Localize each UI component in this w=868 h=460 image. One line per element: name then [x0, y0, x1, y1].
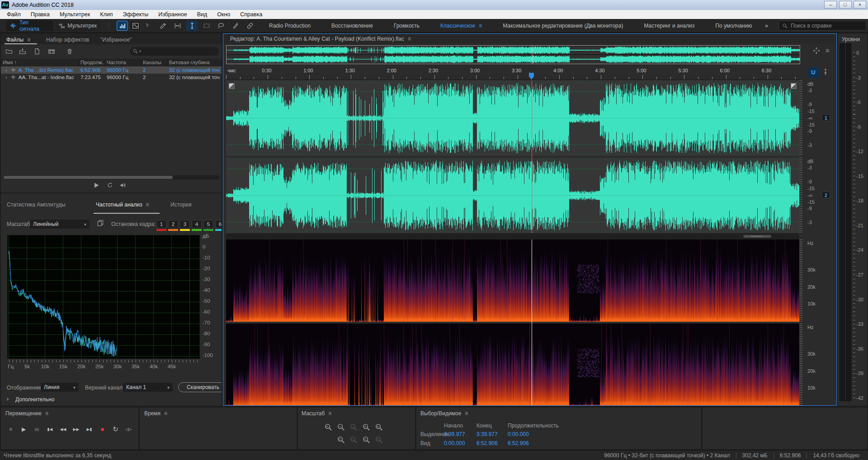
column-header-Имя[interactable]: Имя ↑ [1, 59, 79, 66]
razor-tool[interactable] [157, 21, 169, 31]
new-file-button[interactable] [33, 48, 42, 56]
tab-files[interactable]: Файлы≡ [3, 35, 34, 44]
workspace-tab-Максимальное редактирование (Два монитора)[interactable]: Максимальное редактирование (Два монитор… [492, 23, 633, 29]
show-waveform-button[interactable] [117, 21, 128, 31]
menu-Мультитрек[interactable]: Мультитрек [55, 10, 95, 19]
workspace-menu-icon[interactable]: ≡ [479, 23, 482, 29]
waveform-channel-2[interactable] [226, 158, 799, 233]
column-header-Битовая глубина[interactable]: Битовая глубина [167, 59, 222, 66]
fade-out-handle[interactable] [791, 83, 797, 89]
workspace-tab-Классическое[interactable]: Классическое≡ [430, 23, 492, 29]
selection-value[interactable]: 0:00.000 [444, 440, 465, 446]
stop-button[interactable]: ■ [5, 424, 17, 435]
column-header-Каналы[interactable]: Каналы [141, 59, 167, 66]
file-row[interactable]: ›AA. Tha...at - Iodine.flac7:23.47596000… [1, 74, 222, 81]
fit-zoom-icon[interactable] [813, 47, 820, 54]
expand-arrow-icon[interactable]: › [5, 75, 7, 80]
channel-badge-2[interactable]: 2 [822, 192, 830, 198]
rewind-button[interactable]: ◀◀ [57, 424, 69, 435]
skip-to-end-button[interactable]: ▶▮ [83, 424, 95, 435]
menu-Правка[interactable]: Правка [26, 10, 55, 19]
advanced-section-label[interactable]: Дополнительно [15, 396, 54, 403]
panel-menu-icon[interactable]: ≡ [465, 410, 468, 417]
editor-split-divider[interactable]: •••••• [226, 233, 799, 239]
menu-Файл[interactable]: Файл [2, 10, 26, 19]
files-search-box[interactable]: ▾ [130, 47, 219, 56]
tab-effects-rack[interactable]: Набор эффектов [42, 35, 93, 44]
panel-menu-icon[interactable]: ≡ [27, 37, 30, 43]
fade-in-handle[interactable] [229, 83, 235, 89]
editor-panel-header[interactable]: Редактор: A. Tha Countamen & Alley Cat -… [223, 34, 836, 44]
menu-Избранное[interactable]: Избранное [153, 10, 192, 19]
zoom-out-full-button[interactable]: − [349, 423, 361, 434]
skip-selection-button[interactable]: ◁▷ [123, 424, 135, 435]
play-button[interactable]: ▶ [18, 424, 30, 435]
panel-menu-icon[interactable]: ≡ [45, 410, 48, 417]
marker-pin-button[interactable] [822, 68, 829, 75]
menu-Вид[interactable]: Вид [192, 10, 212, 19]
workspace-tab-По умолчанию[interactable]: По умолчанию [705, 23, 762, 29]
panel-menu-icon[interactable]: ≡ [146, 202, 149, 208]
auto-play-button[interactable] [119, 182, 127, 189]
waveform-view-button[interactable]: Тип сигнала [6, 20, 53, 31]
divider-handle[interactable]: •••••• [743, 235, 771, 238]
scale-dropdown[interactable]: Линейный▾ [30, 220, 90, 229]
top-channel-dropdown[interactable]: Канал 1▾ [123, 383, 173, 392]
open-file-button[interactable] [5, 48, 14, 56]
selection-value[interactable]: 3:39.977 [476, 431, 498, 437]
help-search-box[interactable]: Поиск в справке [778, 21, 866, 31]
zoom-in-right-edge-button[interactable]: + [375, 423, 386, 434]
pause-button[interactable]: ▮▮ [31, 424, 43, 435]
workspace-tab-Radio Production[interactable]: Radio Production [259, 23, 321, 29]
search-dropdown-chevron[interactable]: ▾ [139, 49, 141, 53]
overview-menu-icon[interactable]: ≡ [826, 47, 829, 54]
show-spectral-button[interactable] [130, 21, 141, 31]
workspace-tab-Мастеринг и анализ[interactable]: Мастеринг и анализ [633, 23, 705, 29]
maximize-button[interactable]: □ [839, 1, 852, 9]
zoom-in-vertical-button[interactable]: + [375, 436, 386, 446]
workspace-tab-Громкость[interactable]: Громкость [383, 23, 430, 29]
time-display[interactable]: 3:39.977 [289, 421, 297, 446]
move-tool[interactable] [143, 21, 154, 31]
insert-into-multitrack-button[interactable] [48, 48, 56, 56]
window-titlebar[interactable]: Au Adobe Audition CC 2018 – □ × [0, 0, 868, 10]
tab-frequency-analysis[interactable]: Частотный анализ≡ [96, 202, 149, 208]
file-row[interactable]: ›A. Tha ...lict Remix).flac6:52.90696000… [1, 66, 222, 74]
hold-frame-button-4[interactable]: 4 [192, 220, 202, 228]
panel-menu-icon[interactable]: ≡ [164, 410, 167, 417]
panel-menu-icon[interactable]: ≡ [408, 36, 411, 42]
delete-file-button[interactable] [66, 48, 74, 56]
selection-value[interactable]: 6:52.906 [508, 440, 529, 446]
spectrogram-channel-1[interactable] [226, 239, 799, 322]
zoom-in-time-button[interactable]: + [337, 436, 348, 446]
spectrogram-channel-2[interactable] [226, 324, 799, 406]
advanced-expand-arrow[interactable]: › [7, 396, 9, 402]
channel-badge-1[interactable]: 1 [822, 114, 830, 121]
panel-menu-icon[interactable]: ≡ [328, 410, 331, 417]
minimize-button[interactable]: – [824, 1, 837, 9]
column-header-Продолж...[interactable]: Продолж... [79, 59, 105, 66]
zoom-in-left-edge-button[interactable]: + [362, 423, 373, 434]
paintbrush-tool[interactable] [230, 21, 241, 31]
zoom-out-amplitude-button[interactable]: − [337, 423, 348, 434]
hold-frame-button-5[interactable]: 5 [203, 220, 213, 228]
files-hscrollbar[interactable] [3, 175, 220, 179]
hold-frame-button-3[interactable]: 3 [180, 220, 190, 228]
marquee-selection-tool[interactable] [201, 21, 212, 31]
files-table-header[interactable]: Имя ↑Продолж...ЧастотаКаналыБитовая глуб… [1, 59, 222, 66]
slip-tool[interactable] [172, 21, 183, 31]
scan-button[interactable]: Сканировать [178, 382, 222, 392]
selection-value[interactable]: 3:39.977 [444, 431, 465, 437]
frequency-graph-canvas[interactable] [8, 235, 199, 358]
timeline-ruler[interactable]: 0:301:001:302:002:303:003:304:004:305:00… [226, 67, 799, 80]
workspace-overflow-chevron[interactable]: » [765, 22, 768, 29]
skip-to-start-button[interactable]: ▮◀ [44, 424, 56, 435]
import-file-button[interactable] [19, 48, 27, 56]
expand-arrow-icon[interactable]: › [5, 67, 7, 73]
zoom-in-amplitude-button[interactable]: + [324, 423, 335, 434]
multitrack-view-button[interactable]: Мультитрек [55, 20, 100, 31]
menu-Справка[interactable]: Справка [235, 10, 267, 19]
close-button[interactable]: × [854, 1, 866, 9]
hold-frame-button-2[interactable]: 2 [168, 220, 178, 228]
preview-loop-button[interactable] [106, 182, 113, 189]
